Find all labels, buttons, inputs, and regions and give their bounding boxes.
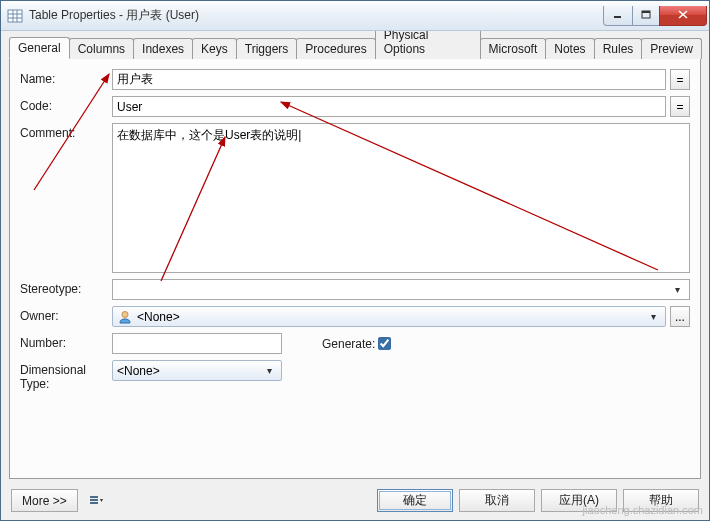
chevron-down-icon: ▾ [262, 365, 277, 376]
name-label: Name: [20, 69, 112, 86]
generate-checkbox[interactable] [378, 337, 391, 350]
code-field[interactable] [112, 96, 666, 117]
name-field[interactable] [112, 69, 666, 90]
cancel-button[interactable]: 取消 [459, 489, 535, 512]
user-icon [117, 309, 133, 325]
comment-field[interactable] [112, 123, 690, 273]
number-field[interactable] [112, 333, 282, 354]
window: Table Properties - 用户表 (User) General Co… [0, 0, 710, 521]
close-button[interactable] [659, 6, 707, 26]
maximize-button[interactable] [632, 6, 660, 26]
generate-label: Generate: [322, 337, 375, 351]
minimize-button[interactable] [603, 6, 633, 26]
tab-procedures[interactable]: Procedures [296, 38, 375, 59]
tab-general[interactable]: General [9, 37, 70, 59]
stereotype-label: Stereotype: [20, 279, 112, 296]
owner-value: <None> [137, 310, 180, 324]
tab-triggers[interactable]: Triggers [236, 38, 298, 59]
tab-notes[interactable]: Notes [545, 38, 594, 59]
menu-dropdown-button[interactable] [84, 489, 108, 512]
code-lock-button[interactable]: = [670, 96, 690, 117]
tab-indexes[interactable]: Indexes [133, 38, 193, 59]
name-lock-button[interactable]: = [670, 69, 690, 90]
tab-microsoft[interactable]: Microsoft [480, 38, 547, 59]
content-area: General Columns Indexes Keys Triggers Pr… [1, 31, 709, 483]
stereotype-dropdown[interactable]: ▾ [112, 279, 690, 300]
titlebar: Table Properties - 用户表 (User) [1, 1, 709, 31]
dimtype-label: Dimensional Type: [20, 360, 112, 391]
svg-rect-11 [90, 496, 98, 498]
svg-rect-13 [90, 502, 98, 504]
chevron-down-icon: ▾ [646, 311, 661, 322]
tab-rules[interactable]: Rules [594, 38, 643, 59]
comment-label: Comment: [20, 123, 112, 140]
number-label: Number: [20, 333, 112, 350]
svg-rect-12 [90, 499, 98, 501]
window-title: Table Properties - 用户表 (User) [29, 7, 604, 24]
tab-physical-options[interactable]: Physical Options [375, 31, 481, 59]
tab-page-general: Name: = Code: = Comment: [9, 58, 701, 479]
tab-strip: General Columns Indexes Keys Triggers Pr… [9, 37, 701, 58]
owner-browse-button[interactable]: ... [670, 306, 690, 327]
owner-label: Owner: [20, 306, 112, 323]
dimtype-dropdown[interactable]: <None> ▾ [112, 360, 282, 381]
watermark: jiaocheng.chazidian.com [583, 504, 703, 516]
dimtype-value: <None> [117, 364, 160, 378]
more-button[interactable]: More >> [11, 489, 78, 512]
tab-columns[interactable]: Columns [69, 38, 134, 59]
owner-dropdown[interactable]: <None> ▾ [112, 306, 666, 327]
tab-keys[interactable]: Keys [192, 38, 237, 59]
code-label: Code: [20, 96, 112, 113]
tab-preview[interactable]: Preview [641, 38, 702, 59]
window-controls [604, 6, 707, 26]
svg-rect-0 [8, 10, 22, 22]
chevron-down-icon: ▾ [670, 284, 685, 295]
table-icon [7, 8, 23, 24]
ok-button[interactable]: 确定 [377, 489, 453, 512]
svg-point-10 [122, 311, 128, 317]
